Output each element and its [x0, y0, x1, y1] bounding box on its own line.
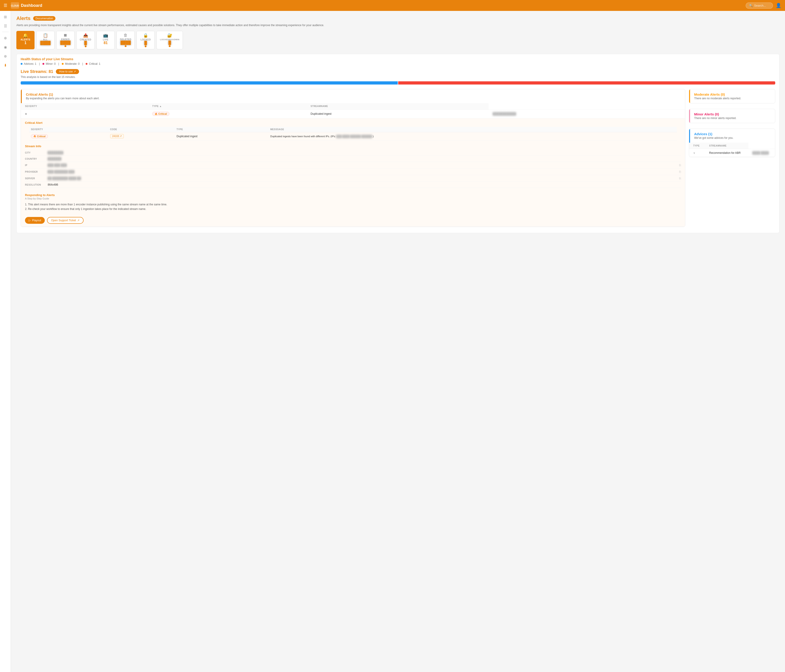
- streams-progress-bar: [21, 81, 775, 85]
- copy-ip-button[interactable]: ⎘: [679, 163, 681, 167]
- progress-red-segment: [398, 81, 775, 85]
- alerts-two-column: Critical Alerts (1) By expanding the ale…: [21, 89, 775, 230]
- stream-info-resolution: RESOLUTION 864x486: [25, 182, 681, 188]
- expanded-alert-row: Critical Alert SEVERITY COD: [21, 118, 685, 227]
- resolution-key: RESOLUTION: [25, 183, 48, 186]
- country-key: COUNTRY: [25, 158, 48, 160]
- search-bar[interactable]: 🔍 Search...: [746, 3, 773, 9]
- lockedbyadmin-tab-count: █: [168, 41, 171, 45]
- created-tab-count: █: [84, 41, 87, 45]
- copy-provider-button[interactable]: ⎘: [679, 170, 681, 174]
- sidebar-item-add[interactable]: ⊕: [2, 34, 9, 42]
- deleted-tab-icon: 🗑: [124, 33, 128, 38]
- locked-tab-label: LOCKED: [141, 38, 151, 41]
- health-status-card: Health Status of your Live Streams Advic…: [16, 54, 780, 233]
- health-stat-minor: Minor: 0: [42, 62, 56, 66]
- open-support-ticket-button[interactable]: Open Support Ticket ↗: [47, 217, 84, 224]
- moderate-alerts-header: Moderate Alerts (0) There are no moderat…: [689, 89, 775, 103]
- chevron-down-icon[interactable]: ∨: [693, 151, 695, 155]
- playout-button[interactable]: ▷ Playout: [25, 217, 45, 224]
- detail-severity: Critical: [29, 132, 108, 140]
- alerts-tab-count: 1: [25, 41, 27, 45]
- sidebar-item-alerts[interactable]: ⬇: [2, 61, 9, 69]
- created-tab-label: CREATED: [80, 38, 91, 41]
- page-description: Alerts are providing more transparent in…: [16, 23, 780, 27]
- detail-col-code: CODE: [108, 127, 175, 132]
- health-title: Health Status of your Live Streams: [21, 57, 775, 61]
- all-tab-label: ALL: [43, 38, 48, 41]
- svg-text:CLOUD: CLOUD: [11, 5, 19, 7]
- step-1: 1. This alert means there are more than …: [25, 202, 681, 207]
- filter-tab-locked[interactable]: 🔒 LOCKED █: [136, 31, 155, 49]
- created-dot: [85, 45, 86, 47]
- lockedbyadmin-tab-label: LOCKEDBYADMIN: [160, 38, 180, 41]
- ended-tab-count: ████: [60, 41, 70, 45]
- streams-description: This analysis is based on the last 15 mi…: [21, 75, 775, 78]
- locked-tab-count: █: [144, 41, 147, 45]
- step-2: 2. Re-check your workflow to ensure that…: [25, 207, 681, 211]
- critical-alerts-desc: By expanding the alerts you can learn mo…: [26, 97, 681, 100]
- ended-tab-icon: ⏹: [63, 33, 67, 38]
- filter-tab-lockedbyadmin[interactable]: 🔐 LOCKEDBYADMIN █: [156, 31, 183, 49]
- locked-dot: [145, 45, 147, 47]
- filter-tab-alerts[interactable]: 🔔 ALERTS 1: [16, 31, 34, 49]
- type-cell: Duplicated ingest: [306, 110, 489, 118]
- streams-title: Live Streams: 81: [21, 69, 53, 74]
- table-row: ∨ Recommendation for ABR ████ ████: [689, 149, 775, 157]
- filter-tab-all[interactable]: 📋 ALL ████: [36, 31, 55, 49]
- hamburger-menu[interactable]: ☰: [4, 3, 7, 8]
- code-badge[interactable]: 24103 ↗: [110, 134, 124, 138]
- table-row[interactable]: ∧ Critical Duplicated ingest ███████████…: [21, 110, 685, 118]
- copy-server-button[interactable]: ⎘: [679, 177, 681, 180]
- sidebar-item-analytics[interactable]: ⊕: [2, 52, 9, 60]
- sidebar-item-list[interactable]: ☰: [2, 22, 9, 30]
- advices-title: Advices (1): [694, 132, 771, 136]
- logo: CLOUD Dashboard: [11, 2, 42, 9]
- sidebar-item-grid[interactable]: ⊞: [2, 13, 9, 21]
- moderate-alerts-title: Moderate Alerts (0): [694, 92, 771, 96]
- progress-blue-segment: [21, 81, 398, 85]
- live-tab-count: 81: [103, 41, 108, 45]
- sidebar: ⊞ ☰ ⊕ ◉ ⊕ ⬇: [0, 11, 11, 672]
- locked-tab-icon: 🔒: [143, 33, 148, 38]
- critical-alerts-title: Critical Alerts (1): [26, 92, 681, 96]
- search-placeholder: Search...: [754, 4, 766, 7]
- filter-tab-created[interactable]: 📤 CREATED █: [76, 31, 95, 49]
- filter-tab-deleted[interactable]: 🗑 DELETED ████: [117, 31, 135, 49]
- search-icon: 🔍: [749, 4, 753, 7]
- health-stat-critical: Critical: 1: [86, 62, 100, 66]
- lockedbyadmin-dot: [169, 45, 170, 47]
- filter-tab-live[interactable]: 📺 LIVE 81: [97, 31, 115, 49]
- severity-badge-cell: Critical: [148, 110, 306, 118]
- documentation-badge[interactable]: Documenation: [33, 16, 55, 21]
- ip-value: ███ ███ ███: [48, 164, 677, 167]
- detail-code: 24103 ↗: [108, 132, 175, 140]
- right-alerts-panel: Moderate Alerts (0) There are no moderat…: [689, 89, 775, 230]
- sidebar-item-globe[interactable]: ◉: [2, 43, 9, 51]
- main-content: Alerts Documenation Alerts are providing…: [11, 11, 785, 672]
- minor-alerts-section: Minor Alerts (0) There are no minor aler…: [689, 109, 775, 123]
- all-tab-icon: 📋: [43, 33, 48, 38]
- resolution-value: 864x486: [48, 183, 681, 186]
- critical-alerts-table: SEVERITY TYPE ▲ STREAMNAME ∧: [21, 103, 685, 227]
- user-avatar[interactable]: 👤: [776, 3, 781, 8]
- external-link-icon: ↗: [77, 219, 80, 222]
- alerts-tab-label: ALERTS: [21, 38, 30, 41]
- critical-alerts-panel: Critical Alerts (1) By expanding the ale…: [21, 89, 685, 230]
- server-key: SERVER: [25, 177, 48, 180]
- alerts-tab-icon: 🔔: [23, 33, 28, 38]
- stream-info-server: SERVER ██ ████████ ████ ██ ⎘: [25, 175, 681, 182]
- how-to-button[interactable]: How to use ↗: [56, 69, 79, 74]
- advices-desc: We've got some advices for you.: [694, 136, 771, 139]
- advices-header: Advices (1) We've got some advices for y…: [689, 129, 775, 143]
- live-tab-icon: 📺: [103, 33, 108, 38]
- stream-info-ip: IP ███ ███ ███ ⎘: [25, 162, 681, 169]
- live-tab-label: LIVE: [103, 38, 108, 41]
- filter-tab-ended[interactable]: ⏹ ENDED ████: [56, 31, 75, 49]
- moderate-dot: [62, 63, 64, 65]
- external-link-icon: ↗: [73, 70, 76, 73]
- responding-to-alerts: Responding to Alerts A Step-by-Step Guid…: [21, 191, 685, 214]
- logo-icon: CLOUD: [11, 2, 19, 9]
- provider-value: ███ ███████ ███: [48, 170, 677, 173]
- detail-message: Duplicated ingests have been found with …: [269, 132, 677, 140]
